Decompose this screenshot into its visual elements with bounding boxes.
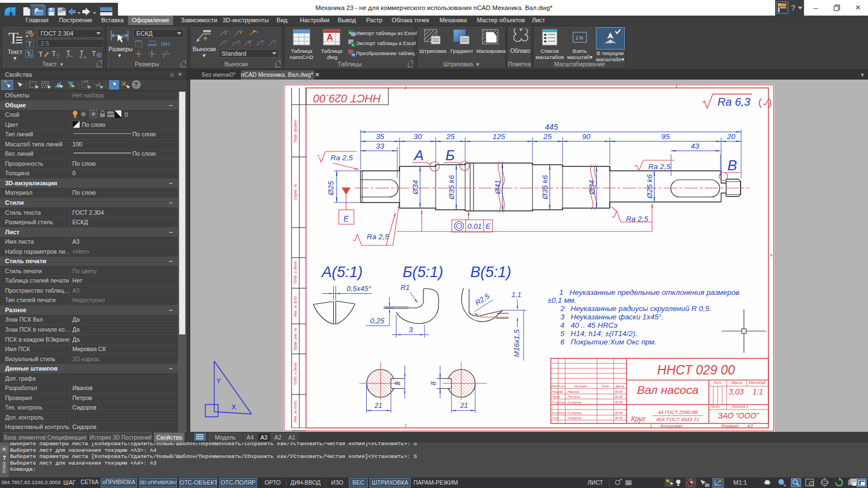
svg-text:T: T xyxy=(28,41,32,47)
svg-text:?: ? xyxy=(134,81,138,88)
svg-text:25: 25 xyxy=(446,132,455,141)
svg-text:06.08: 06.08 xyxy=(615,390,623,393)
svg-text:M1:1: M1:1 xyxy=(733,479,747,486)
svg-text:Н контр: Н контр xyxy=(552,411,565,415)
svg-text:Е: Е xyxy=(343,214,349,223)
svg-text:(: ( xyxy=(758,97,762,108)
svg-text:40Х ГОСТ 4543-71: 40Х ГОСТ 4543-71 xyxy=(656,417,699,422)
svg-text:Листов 1: Листов 1 xyxy=(731,405,748,408)
svg-text:Справ. №: Справ. № xyxy=(293,184,298,200)
svg-text:06.08: 06.08 xyxy=(615,401,623,404)
svg-text:8: 8 xyxy=(430,381,437,385)
svg-text:0,5х45°: 0,5х45° xyxy=(347,284,371,293)
svg-text:0,25: 0,25 xyxy=(370,317,384,325)
svg-text:1,1: 1,1 xyxy=(511,290,521,299)
svg-text:T: T xyxy=(80,50,84,57)
svg-text:Взам. инв. №: Взам. инв. № xyxy=(293,328,297,350)
svg-text:2: 2 xyxy=(404,423,407,428)
svg-text:Перв. примен.: Перв. примен. xyxy=(293,119,298,142)
svg-text:x: x xyxy=(349,30,351,35)
svg-text:А3: А3 xyxy=(747,423,753,428)
svg-text:95: 95 xyxy=(661,132,670,141)
svg-text:Иванов: Иванов xyxy=(568,390,579,393)
svg-text:Подп: Подп xyxy=(601,385,609,388)
svg-text:1 Неуказанные предельные отк: 1 Неуказанные предельные отклонения разм… xyxy=(559,288,739,297)
svg-text:X: X xyxy=(231,403,236,411)
svg-text:T: T xyxy=(56,53,60,58)
svg-text:Масса: Масса xyxy=(731,381,742,385)
svg-text:Ø34: Ø34 xyxy=(411,180,420,195)
svg-text:R1: R1 xyxy=(401,283,410,292)
svg-text:3: 3 xyxy=(408,326,413,334)
svg-text:Ra 6,3: Ra 6,3 xyxy=(718,96,751,108)
svg-text:Сидоров: Сидоров xyxy=(568,411,581,415)
svg-text:44 ГОСТ 2590-88: 44 ГОСТ 2590-88 xyxy=(658,410,697,415)
svg-text:Ø34: Ø34 xyxy=(588,180,596,195)
svg-text:Круг: Круг xyxy=(631,415,645,423)
svg-text:Копировал: Копировал xyxy=(660,423,683,428)
svg-text:Изм: Изм xyxy=(551,385,557,388)
svg-text:3 Неуказанные фаски 1х45°.: 3 Неуказанные фаски 1х45°. xyxy=(560,313,664,321)
svg-text:Ra 2,5: Ra 2,5 xyxy=(367,233,389,241)
svg-text:Формат: Формат xyxy=(721,423,739,428)
svg-text:N: N xyxy=(352,52,355,57)
svg-text:Ra 2,5: Ra 2,5 xyxy=(648,162,670,171)
svg-text:Лист: Лист xyxy=(557,385,566,388)
svg-text:Ra 2,5: Ra 2,5 xyxy=(331,154,353,162)
svg-text:2: 2 xyxy=(404,85,407,90)
svg-text:8: 8 xyxy=(394,381,402,385)
svg-text:Дата: Дата xyxy=(615,385,624,388)
svg-text:T: T xyxy=(92,50,96,58)
svg-text:Разраб: Разраб xyxy=(552,390,564,393)
svg-text:а: а xyxy=(26,33,28,37)
svg-text:T: T xyxy=(38,50,43,58)
svg-text:3,03: 3,03 xyxy=(728,387,743,396)
svg-text:Лист: Лист xyxy=(710,405,720,408)
svg-text:06.08: 06.08 xyxy=(615,395,623,398)
svg-text:Смирнов: Смирнов xyxy=(568,416,581,420)
svg-text:35: 35 xyxy=(376,132,384,141)
svg-text:ЗАО “ООО”: ЗАО “ООО” xyxy=(718,411,760,420)
svg-text:Петров: Петров xyxy=(568,395,580,398)
svg-text:Т контр: Т контр xyxy=(552,401,565,404)
svg-text:В: В xyxy=(727,157,737,174)
svg-text:Ra 2,5: Ra 2,5 xyxy=(626,215,648,223)
svg-text:Е: Е xyxy=(486,222,491,230)
svg-text:06.08: 06.08 xyxy=(615,411,623,415)
svg-text:±0,1 мм.: ±0,1 мм. xyxy=(548,296,576,304)
svg-text:ННСТ 029 00: ННСТ 029 00 xyxy=(657,363,735,377)
svg-text:6 Покрытие:Хим Окс прм.: 6 Покрытие:Хим Окс прм. xyxy=(560,338,657,346)
svg-text:): ) xyxy=(768,97,772,108)
svg-text:A: A xyxy=(327,33,333,42)
svg-text:?: ? xyxy=(791,3,796,12)
svg-text:Вал насоса: Вал насоса xyxy=(637,383,699,396)
svg-text:1:1: 1:1 xyxy=(752,387,763,396)
svg-text:1: 1 xyxy=(650,423,652,428)
svg-text:Подп. и дата: Подп. и дата xyxy=(293,261,297,284)
svg-text:Ø25: Ø25 xyxy=(327,181,335,196)
svg-text:20: 20 xyxy=(726,132,736,141)
svg-text:В(5:1): В(5:1) xyxy=(470,264,511,280)
svg-text:21: 21 xyxy=(374,402,382,410)
svg-text:90: 90 xyxy=(582,132,591,141)
svg-text:5 Н14; h14; ±(IT14/2).: 5 Н14; h14; ±(IT14/2). xyxy=(560,329,637,338)
svg-text:Ø35 k6: Ø35 k6 xyxy=(447,175,456,200)
svg-text:33: 33 xyxy=(376,142,384,150)
svg-text:Утв: Утв xyxy=(551,416,559,420)
svg-text:21: 21 xyxy=(460,402,468,410)
svg-text:125: 125 xyxy=(492,132,505,141)
svg-text:Сидоров: Сидоров xyxy=(568,401,581,404)
svg-text:43: 43 xyxy=(691,142,699,150)
svg-text:А(5:1): А(5:1) xyxy=(320,264,363,280)
svg-text:2 Неуказанные радиусы скругл: 2 Неуказанные радиусы скруглений R 0,5. xyxy=(560,304,711,313)
svg-text:x: x xyxy=(352,42,354,47)
svg-text:445: 445 xyxy=(545,122,558,131)
svg-text:М16х1,5: М16х1,5 xyxy=(512,329,521,357)
svg-text:25: 25 xyxy=(542,132,552,141)
svg-text:Б(5:1): Б(5:1) xyxy=(402,264,443,280)
svg-text:4 40 .. 45 HRCэ: 4 40 .. 45 HRCэ xyxy=(560,321,618,329)
svg-text:Инв. № дубл.: Инв. № дубл. xyxy=(293,295,298,317)
svg-text:А: А xyxy=(413,147,423,164)
svg-text:№ докум.: № докум. xyxy=(574,385,588,388)
svg-text:Масштаб: Масштаб xyxy=(749,381,766,385)
